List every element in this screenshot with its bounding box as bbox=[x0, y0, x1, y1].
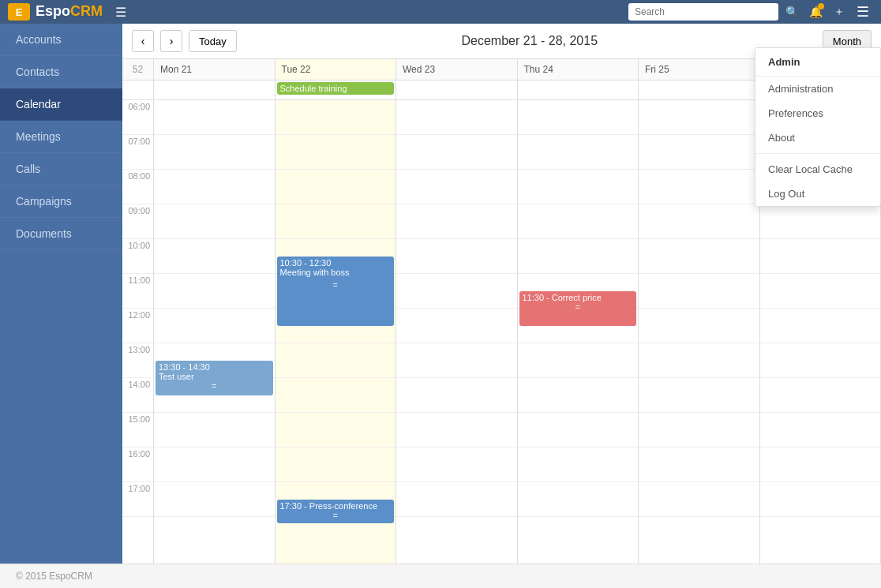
today-button[interactable]: Today bbox=[189, 30, 237, 52]
dropdown-username: Admin bbox=[755, 48, 880, 77]
next-button[interactable]: › bbox=[160, 30, 182, 52]
dropdown-item-clear-cache[interactable]: Clear Local Cache bbox=[755, 157, 880, 182]
footer: © 2015 EspoCRM bbox=[0, 564, 881, 588]
main-layout: Accounts Contacts Calendar Meetings Call… bbox=[0, 24, 881, 564]
event-press-conference[interactable]: 17:30 - Press-conference = bbox=[277, 500, 395, 523]
svg-text:E: E bbox=[16, 6, 23, 18]
time-1200: 12:00 bbox=[122, 309, 153, 343]
time-1000: 10:00 bbox=[122, 239, 153, 274]
add-button[interactable]: ＋ bbox=[829, 2, 849, 22]
search-area: 🔍 🔔 ＋ ☰ bbox=[628, 2, 873, 22]
col-header-tue22: Tue 22 bbox=[276, 59, 397, 80]
sidebar-item-calendar[interactable]: Calendar bbox=[0, 88, 122, 121]
bell-badge bbox=[818, 3, 824, 9]
event-meeting-boss[interactable]: 10:30 - 12:30 Meeting with boss = bbox=[277, 257, 395, 326]
time-1400: 14:00 bbox=[122, 378, 153, 413]
dropdown-item-logout[interactable]: Log Out bbox=[755, 182, 880, 206]
time-1600: 16:00 bbox=[122, 448, 153, 482]
dropdown-item-preferences[interactable]: Preferences bbox=[755, 101, 880, 125]
time-0900: 09:00 bbox=[122, 204, 153, 239]
day-col-mon21: 13:30 - 14:30 Test user = bbox=[154, 100, 276, 564]
col-header-thu24: Thu 24 bbox=[518, 59, 639, 80]
calendar-title: December 21 - 28, 2015 bbox=[243, 34, 816, 48]
col-header-mon21: Mon 21 bbox=[154, 59, 276, 80]
day-col-wed23 bbox=[396, 100, 518, 564]
time-0600: 06:00 bbox=[122, 100, 153, 135]
day-col-thu24: 11:30 - Correct price = bbox=[518, 100, 639, 564]
hamburger-icon[interactable]: ☰ bbox=[115, 5, 126, 20]
day-col-tue22: 10:30 - 12:30 Meeting with boss = 17:30 … bbox=[276, 100, 397, 564]
week-number: 52 bbox=[122, 59, 154, 80]
sidebar-item-documents[interactable]: Documents bbox=[0, 218, 122, 250]
time-0700: 07:00 bbox=[122, 135, 153, 170]
header: E EspoCRM ☰ 🔍 🔔 ＋ ☰ bbox=[0, 0, 881, 24]
sidebar-item-campaigns[interactable]: Campaigns bbox=[0, 185, 122, 218]
sidebar-item-calls[interactable]: Calls bbox=[0, 153, 122, 185]
event-meeting-boss-time: 10:30 - 12:30 bbox=[280, 258, 392, 268]
search-input[interactable] bbox=[628, 3, 778, 21]
bell-button[interactable]: 🔔 bbox=[805, 2, 826, 22]
time-1700: 17:00 bbox=[122, 482, 153, 517]
event-correct-price-label: 11:30 - Correct price bbox=[523, 293, 634, 302]
sidebar-item-contacts[interactable]: Contacts bbox=[0, 56, 122, 88]
sidebar: Accounts Contacts Calendar Meetings Call… bbox=[0, 24, 122, 564]
user-dropdown: Admin Administration Preferences About C… bbox=[755, 47, 881, 207]
allday-fri25 bbox=[639, 81, 760, 99]
dropdown-item-administration[interactable]: Administration bbox=[755, 77, 880, 101]
sidebar-item-accounts[interactable]: Accounts bbox=[0, 24, 122, 56]
col-header-wed23: Wed 23 bbox=[396, 59, 518, 80]
prev-button[interactable]: ‹ bbox=[132, 30, 154, 52]
allday-wed23 bbox=[396, 81, 518, 99]
logo: E EspoCRM bbox=[8, 3, 103, 21]
dropdown-divider bbox=[755, 153, 880, 154]
event-meeting-boss-title: Meeting with boss bbox=[280, 268, 392, 277]
dropdown-item-about[interactable]: About bbox=[755, 125, 880, 150]
time-1300: 13:00 bbox=[122, 343, 153, 378]
event-test-user-title: Test user bbox=[159, 372, 270, 381]
allday-tue22: Schedule training bbox=[276, 81, 397, 99]
time-column: 06:00 07:00 08:00 09:00 10:00 11:00 12:0… bbox=[122, 100, 154, 564]
time-1100: 11:00 bbox=[122, 274, 153, 309]
search-button[interactable]: 🔍 bbox=[782, 2, 802, 22]
allday-thu24 bbox=[518, 81, 639, 99]
logo-text: E EspoCRM bbox=[8, 3, 103, 21]
event-schedule-training[interactable]: Schedule training bbox=[277, 82, 395, 95]
footer-text: © 2015 EspoCRM bbox=[16, 571, 92, 582]
event-press-conference-label: 17:30 - Press-conference bbox=[280, 501, 392, 511]
event-correct-price[interactable]: 11:30 - Correct price = bbox=[519, 291, 637, 326]
time-1500: 15:00 bbox=[122, 413, 153, 448]
allday-label bbox=[122, 81, 154, 99]
event-test-user[interactable]: 13:30 - 14:30 Test user = bbox=[156, 361, 273, 395]
allday-mon21 bbox=[154, 81, 276, 99]
menu-button[interactable]: ☰ bbox=[853, 2, 873, 22]
col-header-fri25: Fri 25 bbox=[639, 59, 760, 80]
day-col-fri25 bbox=[639, 100, 760, 564]
time-0800: 08:00 bbox=[122, 170, 153, 204]
event-test-user-time: 13:30 - 14:30 bbox=[159, 362, 270, 372]
sidebar-item-meetings[interactable]: Meetings bbox=[0, 121, 122, 153]
